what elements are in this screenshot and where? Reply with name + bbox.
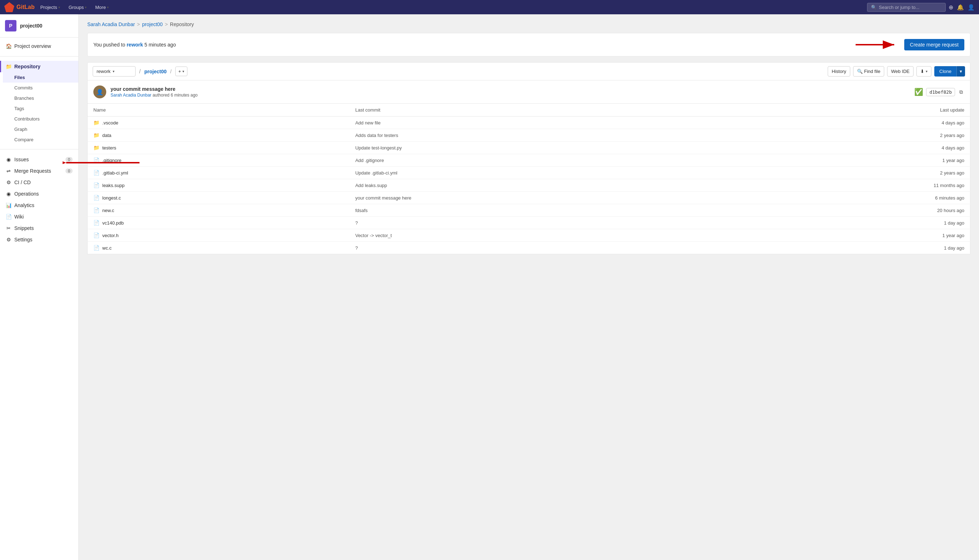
file-last-commit: Adds data for testers [349,129,731,142]
repository-icon: 📁 [6,63,12,69]
clone-button[interactable]: Clone [934,66,956,77]
sidebar-subitem-commits[interactable]: Commits [3,83,78,93]
project-name: project00 [20,23,42,28]
breadcrumb-user[interactable]: Sarah Acadia Dunbar [87,22,135,27]
history-button[interactable]: History [828,66,850,77]
gitlab-logo-icon [4,2,14,12]
sidebar-item-snippets[interactable]: ✂ Snippets [0,222,78,234]
download-icon: ⬇ [921,69,924,74]
operations-icon: ◉ [6,191,12,197]
file-last-update: 2 years ago [731,167,970,179]
table-row: 📄 leaks.supp Add leaks.supp 11 months ag… [88,179,971,192]
col-name: Name [88,104,350,117]
commit-bar: 👤 your commit message here Sarah Acadia … [87,80,971,104]
file-name-cell: 📄 wc.c [88,242,350,254]
search-icon: 🔍 [857,69,863,74]
sidebar-item-label: Merge Requests [14,168,51,174]
file-link[interactable]: wc.c [102,245,112,251]
commit-hash-area: ✅ d1bef82b ⧉ [914,88,964,97]
search-box[interactable]: 🔍 Search or jump to... [867,3,946,12]
file-icon: 📄 [93,220,99,226]
sidebar-subitem-tags[interactable]: Tags [3,103,78,114]
file-link[interactable]: leaks.supp [102,183,125,188]
push-bar-actions: Create merge request [856,38,964,52]
sidebar-subitem-compare[interactable]: Compare [3,135,78,145]
breadcrumb: Sarah Acadia Dunbar > project00 > Reposi… [87,22,971,27]
commit-time: 6 minutes ago [171,93,197,98]
table-row: 📄 wc.c ? 1 day ago [88,242,971,254]
file-link[interactable]: longest.c [102,195,121,201]
ci-status-icon[interactable]: ✅ [914,88,923,96]
sidebar-item-merge-requests[interactable]: ⇌ Merge Requests 0 [0,165,78,177]
clone-dropdown-button[interactable]: ▾ [956,66,965,77]
branch-selector[interactable]: rework ▾ [93,66,135,77]
table-row: 📄 .gitignore Add .gitignore 1 year ago [88,154,971,167]
sidebar-subitem-graph[interactable]: Graph [3,124,78,135]
file-link[interactable]: data [102,133,111,138]
add-file-button[interactable]: + ▾ [175,67,188,76]
file-last-commit: fdsafs [349,204,731,217]
sidebar-item-repository[interactable]: 📁 Repository [0,61,78,72]
file-table: Name Last commit Last update 📁 .vscode A… [87,104,971,254]
file-link[interactable]: new.c [102,208,114,213]
sidebar-divider [0,56,78,57]
snippets-icon: ✂ [6,225,12,231]
file-icon: 📄 [93,232,99,238]
settings-icon: ⚙ [6,237,12,242]
file-link[interactable]: vector.h [102,233,119,238]
repo-toolbar: rework ▾ / project00 / + ▾ History 🔍 Fin… [87,62,971,80]
gitlab-logo[interactable]: GitLab [4,2,35,12]
create-merge-request-button[interactable]: Create merge request [904,39,964,50]
sidebar-item-issues[interactable]: ◉ Issues 0 [0,154,78,165]
analytics-icon: 📊 [6,202,12,208]
push-notification-text: You pushed to rework 5 minutes ago [93,42,176,48]
col-last-commit: Last commit [349,104,731,117]
download-button[interactable]: ⬇ ▾ [916,66,931,77]
sidebar-item-settings[interactable]: ⚙ Settings [0,234,78,245]
nav-projects[interactable]: Projects ▾ [38,5,63,10]
file-link[interactable]: vc140.pdb [102,220,124,226]
file-name-cell: 📄 vc140.pdb [88,217,350,229]
sidebar: P project00 🏠 Project overview 📁 Reposit… [0,14,79,560]
gitlab-logo-text: GitLab [17,4,35,10]
file-table-body: 📁 .vscode Add new file 4 days ago 📁 data… [88,117,971,254]
file-link[interactable]: .gitlab-ci.yml [102,170,128,176]
push-branch-name[interactable]: rework [127,42,143,48]
copy-hash-button[interactable]: ⧉ [958,88,964,97]
commit-hash[interactable]: d1bef82b [926,88,955,96]
file-last-commit: Update .gitlab-ci.yml [349,167,731,179]
plus-icon[interactable]: ⊕ [949,4,953,11]
commit-author-info: Sarah Acadia Dunbar authored 6 minutes a… [110,93,910,98]
col-last-update: Last update [731,104,970,117]
file-link[interactable]: .vscode [102,120,118,125]
sidebar-item-wiki[interactable]: 📄 Wiki [0,211,78,222]
file-link[interactable]: testers [102,145,116,150]
sidebar-subitem-branches[interactable]: Branches [3,93,78,103]
sidebar-item-operations[interactable]: ◉ Operations [0,188,78,200]
commit-info: your commit message here Sarah Acadia Du… [110,86,910,98]
sidebar-item-ci-cd[interactable]: ⚙ CI / CD [0,177,78,188]
breadcrumb-project[interactable]: project00 [142,22,163,27]
push-time: 5 minutes ago [145,42,176,48]
find-file-button[interactable]: 🔍 Find file [853,66,885,77]
nav-groups[interactable]: Groups ▾ [66,5,90,10]
user-avatar-icon[interactable]: 👤 [967,4,975,11]
project-header: P project00 [0,14,78,38]
red-arrow-right-annotation [856,38,899,52]
sidebar-item-label: Project overview [14,43,51,49]
nav-icon-group: ⊕ 🔔 👤 [949,4,975,11]
sidebar-item-project-overview[interactable]: 🏠 Project overview [0,40,78,52]
file-name-cell: 📁 .vscode [88,117,350,129]
table-row: 📁 testers Update test-longest.py 4 days … [88,142,971,154]
sidebar-subitem-contributors[interactable]: Contributors [3,114,78,124]
path-project-name[interactable]: project00 [144,69,166,74]
web-ide-button[interactable]: Web IDE [887,66,914,77]
sidebar-item-label: Wiki [14,214,23,220]
sidebar-item-analytics[interactable]: 📊 Analytics [0,200,78,211]
nav-more[interactable]: More ▾ [92,5,112,10]
file-link[interactable]: .gitignore [102,158,121,163]
file-last-commit: Add .gitignore [349,154,731,167]
sidebar-subitem-files[interactable]: Files [3,72,78,83]
author-name[interactable]: Sarah Acadia Dunbar [110,93,151,98]
notifications-icon[interactable]: 🔔 [957,4,964,11]
